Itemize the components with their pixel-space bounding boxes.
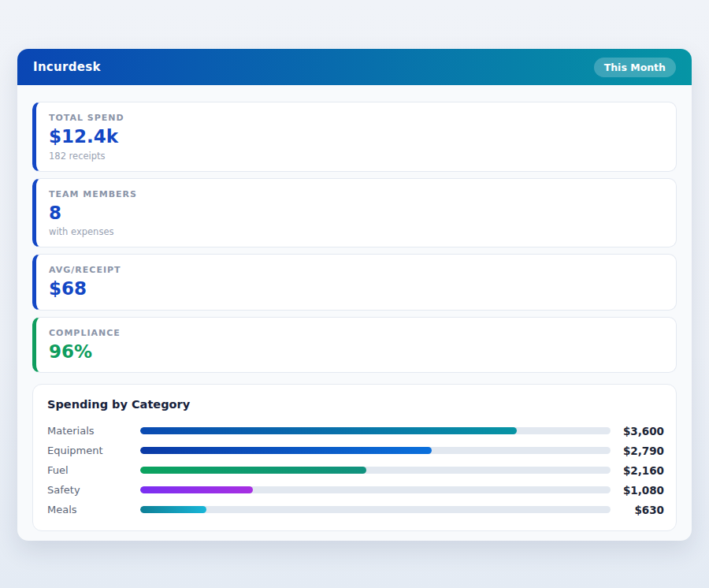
category-value: $630: [611, 504, 664, 516]
widget-header: Incurdesk This Month: [17, 49, 692, 85]
stat-subtext: with expenses: [49, 226, 662, 237]
period-badge[interactable]: This Month: [594, 58, 676, 77]
section-title: Spending by Category: [46, 398, 664, 411]
category-value: $1,080: [611, 484, 664, 497]
bar-fill: [140, 427, 517, 434]
category-label: Materials: [46, 425, 140, 437]
stat-value: 8: [49, 203, 662, 225]
bar-track: [140, 506, 611, 513]
bar-fill: [140, 447, 432, 454]
stat-label: COMPLIANCE: [49, 328, 662, 338]
spending-by-category-card: Spending by Category Materials$3,600Equi…: [32, 384, 677, 531]
app-title: Incurdesk: [33, 60, 101, 74]
category-row: Equipment$2,790: [46, 441, 664, 460]
bar-fill: [140, 486, 253, 493]
category-label: Equipment: [46, 445, 140, 456]
bar-fill: [140, 506, 206, 513]
stat-card-total-spend: TOTAL SPEND $12.4k 182 receipts: [32, 102, 677, 172]
stat-label: AVG/RECEIPT: [49, 265, 662, 275]
category-label: Fuel: [46, 464, 140, 476]
dashboard-widget: Incurdesk This Month TOTAL SPEND $12.4k …: [17, 49, 692, 541]
category-value: $3,600: [611, 425, 664, 437]
stat-label: TOTAL SPEND: [49, 113, 662, 123]
category-label: Safety: [46, 484, 140, 496]
category-row: Meals$630: [46, 500, 664, 519]
category-row: Fuel$2,160: [46, 460, 664, 480]
category-row: Materials$3,600: [46, 421, 664, 441]
stat-value: $68: [49, 278, 662, 300]
category-value: $2,790: [611, 445, 664, 457]
stat-value: $12.4k: [49, 126, 662, 148]
bar-fill: [140, 467, 366, 474]
stat-label: TEAM MEMBERS: [49, 189, 662, 199]
page-background: { "header": { "title": "Incurdesk", "bad…: [0, 0, 709, 588]
bar-track: [140, 427, 611, 434]
widget-body: TOTAL SPEND $12.4k 182 receipts TEAM MEM…: [17, 85, 692, 531]
stat-card-team-members: TEAM MEMBERS 8 with expenses: [32, 178, 677, 248]
stat-card-compliance: COMPLIANCE 96%: [32, 317, 677, 374]
bar-track: [140, 467, 611, 474]
category-value: $2,160: [611, 464, 664, 477]
stat-value: 96%: [49, 341, 662, 363]
stat-card-avg-receipt: AVG/RECEIPT $68: [32, 254, 677, 311]
category-row: Safety$1,080: [46, 480, 664, 500]
bar-track: [140, 447, 611, 454]
category-bar-list: Materials$3,600Equipment$2,790Fuel$2,160…: [46, 421, 664, 519]
stat-subtext: 182 receipts: [49, 151, 662, 162]
category-label: Meals: [46, 504, 140, 515]
bar-track: [140, 486, 611, 493]
